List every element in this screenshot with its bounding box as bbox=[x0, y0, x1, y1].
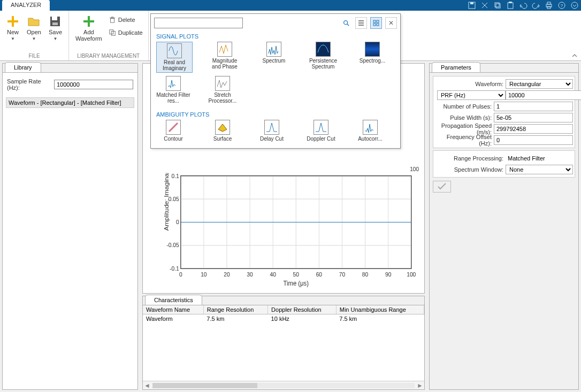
svg-rect-61 bbox=[373, 24, 376, 26]
paste-icon[interactable] bbox=[506, 1, 515, 10]
gallery-item-matched-filter[interactable]: Matched Filter res... bbox=[156, 76, 190, 104]
table-col-unambiguous[interactable]: Min Unambiguous Range bbox=[336, 305, 424, 314]
gallery-search-input[interactable] bbox=[154, 18, 243, 28]
npulses-input[interactable] bbox=[494, 102, 573, 111]
waveform-select[interactable]: Rectangular bbox=[506, 79, 573, 89]
ribbon-group-file: New ▼ Open ▼ Save ▼ FILE bbox=[0, 11, 69, 60]
gallery-item-label: Autocorr... bbox=[358, 136, 383, 142]
characteristics-panel: Characteristics Waveform Name Range Reso… bbox=[142, 296, 425, 390]
svg-rect-2 bbox=[495, 3, 499, 7]
undo-icon[interactable] bbox=[519, 1, 528, 10]
save-label: Save bbox=[49, 29, 62, 35]
gallery-item-label: Contour bbox=[164, 136, 183, 142]
svg-text:10: 10 bbox=[201, 271, 207, 278]
ribbon-group-library: Add Waveform Delete Duplicate LIBRARY MA… bbox=[69, 11, 149, 60]
cut-icon[interactable] bbox=[480, 1, 489, 10]
save-icon[interactable] bbox=[468, 1, 476, 10]
table-cell: 10 kHz bbox=[268, 314, 337, 324]
prf-input[interactable] bbox=[506, 90, 581, 100]
list-view-toggle[interactable] bbox=[355, 17, 367, 29]
table-col-doppler[interactable]: Doppler Resolution bbox=[268, 305, 337, 314]
svg-rect-60 bbox=[377, 20, 379, 22]
autocorr-icon bbox=[363, 120, 378, 135]
svg-rect-16 bbox=[52, 22, 58, 25]
search-icon[interactable] bbox=[342, 19, 350, 27]
surface-icon bbox=[215, 120, 230, 135]
dropdown-arrow-icon: ▼ bbox=[32, 36, 36, 41]
xtick-value: 100 bbox=[410, 166, 419, 172]
prf-select[interactable]: PRF (Hz) bbox=[437, 90, 506, 100]
center-area: 100 Amplitude: Imaginary Part (V) bbox=[140, 61, 427, 392]
svg-rect-18 bbox=[83, 20, 94, 22]
spectrum-window-select[interactable]: None bbox=[506, 165, 573, 174]
redo-icon[interactable] bbox=[532, 1, 540, 10]
delete-button[interactable]: Delete bbox=[109, 15, 143, 25]
gallery-item-magnitude-phase[interactable]: Magnitude and Phase bbox=[208, 42, 242, 73]
copy-icon[interactable] bbox=[493, 1, 502, 10]
trash-icon bbox=[109, 16, 116, 24]
gallery-item-doppler-cut[interactable]: Doppler Cut bbox=[304, 120, 338, 142]
svg-text:0: 0 bbox=[179, 271, 182, 278]
duplicate-button[interactable]: Duplicate bbox=[109, 28, 143, 37]
table-col-range[interactable]: Range Resolution bbox=[203, 305, 267, 314]
gallery-item-delay-cut[interactable]: Delay Cut bbox=[255, 120, 289, 142]
table-col-name[interactable]: Waveform Name bbox=[143, 305, 203, 314]
parameters-tab[interactable]: Parameters bbox=[432, 62, 480, 72]
svg-text:90: 90 bbox=[385, 271, 391, 278]
gallery-section-label: SIGNAL PLOTS bbox=[156, 33, 397, 40]
propagation-speed-input[interactable] bbox=[494, 124, 573, 134]
gallery-item-contour[interactable]: Contour bbox=[156, 120, 190, 142]
gallery-item-spectrogram[interactable]: Spectrog... bbox=[355, 42, 389, 73]
svg-rect-15 bbox=[52, 17, 57, 20]
pulse-width-input[interactable] bbox=[494, 113, 573, 122]
gallery-item-autocorr[interactable]: Autocorr... bbox=[353, 120, 387, 142]
waveform-icon bbox=[166, 76, 181, 91]
svg-text:30: 30 bbox=[247, 271, 253, 278]
sample-rate-input[interactable] bbox=[54, 80, 133, 89]
ribbon-tab-analyzer[interactable]: ANALYZER bbox=[2, 0, 50, 11]
ribbon-group-label: FILE bbox=[5, 52, 63, 60]
grid-view-toggle[interactable] bbox=[370, 17, 382, 29]
apply-button[interactable] bbox=[433, 181, 451, 193]
svg-rect-7 bbox=[547, 2, 551, 4]
svg-rect-4 bbox=[508, 3, 513, 9]
svg-line-58 bbox=[347, 24, 349, 26]
close-gallery-button[interactable]: ✕ bbox=[385, 17, 397, 29]
new-button[interactable]: New ▼ bbox=[5, 13, 20, 43]
scroll-left-icon[interactable]: ◄ bbox=[144, 382, 150, 389]
scroll-right-icon[interactable]: ► bbox=[417, 382, 423, 389]
gallery-item-spectrum[interactable]: Spectrum bbox=[257, 42, 291, 73]
collapse-ribbon-icon[interactable] bbox=[571, 52, 578, 59]
gallery-item-label: Matched Filter res... bbox=[156, 92, 190, 104]
open-label: Open bbox=[27, 29, 41, 35]
gallery-item-surface[interactable]: Surface bbox=[205, 120, 240, 142]
save-button[interactable]: Save ▼ bbox=[48, 13, 63, 43]
help-icon[interactable]: ? bbox=[557, 1, 566, 10]
gallery-item-stretch-processor[interactable]: Stretch Processor... bbox=[205, 76, 240, 104]
menu-icon[interactable] bbox=[570, 1, 579, 10]
delay-cut-icon bbox=[264, 120, 279, 135]
dropdown-arrow-icon: ▼ bbox=[11, 36, 15, 41]
spectrum-window-label: Spectrum Window: bbox=[435, 166, 506, 173]
library-tab[interactable]: Library bbox=[5, 62, 41, 72]
print-icon[interactable] bbox=[545, 1, 553, 10]
table-row[interactable]: Waveform 7.5 km 10 kHz 7.5 km bbox=[143, 314, 424, 324]
gallery-item-real-imaginary[interactable]: Real and Imaginary bbox=[156, 42, 193, 73]
add-waveform-label: Add Waveform bbox=[75, 29, 102, 42]
svg-rect-13 bbox=[7, 20, 18, 22]
add-waveform-button[interactable]: Add Waveform bbox=[74, 13, 103, 44]
gallery-item-persistence[interactable]: Persistence Spectrum bbox=[306, 42, 340, 73]
library-item[interactable]: Waveform - [Rectangular] - [Matched Filt… bbox=[6, 97, 134, 108]
svg-text:40: 40 bbox=[270, 271, 276, 278]
parameters-panel: Parameters Waveform: Rectangular PRF (Hz… bbox=[429, 63, 579, 390]
new-label: New bbox=[7, 29, 19, 35]
horizontal-scrollbar[interactable]: ◄ ► bbox=[143, 381, 424, 389]
characteristics-tab[interactable]: Characteristics bbox=[145, 295, 202, 305]
title-bar: ANALYZER ? bbox=[0, 0, 581, 11]
frequency-offset-input[interactable] bbox=[494, 135, 573, 145]
open-button[interactable]: Open ▼ bbox=[26, 13, 42, 43]
spectrum-icon bbox=[266, 42, 281, 57]
ribbon-group-label: LIBRARY MANAGEMENT bbox=[74, 52, 143, 60]
persistence-icon bbox=[316, 42, 331, 57]
svg-text:50: 50 bbox=[293, 271, 299, 278]
